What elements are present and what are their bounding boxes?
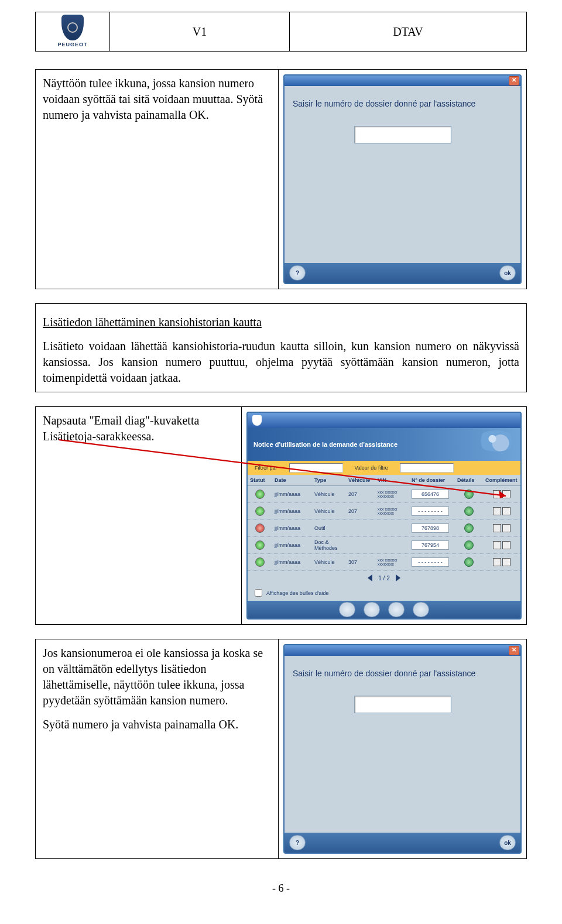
dialog-footer: ? ok bbox=[285, 263, 520, 283]
prev-page-icon[interactable] bbox=[368, 574, 372, 581]
cell-type: Véhicule bbox=[312, 506, 346, 516]
row1-text: Näyttöön tulee ikkuna, jossa kansion num… bbox=[36, 70, 279, 289]
complement-icon[interactable] bbox=[502, 507, 510, 515]
email-diag-icon[interactable] bbox=[493, 524, 501, 532]
history-rows: jj/mm/aaaaVéhicule207xxx xxxxxx xxxxxxxx… bbox=[248, 486, 520, 571]
col-details: Détails bbox=[455, 475, 483, 485]
peugeot-logo: PEUGEOT bbox=[57, 15, 87, 47]
globe-icon[interactable] bbox=[464, 557, 474, 567]
history-filter-bar: Filtrer par Valeur du filtre bbox=[248, 461, 520, 475]
globe-icon[interactable] bbox=[464, 523, 474, 533]
cell-vehicule: 207 bbox=[346, 489, 375, 499]
cell-vin: xxx xxxxxx xxxxxxxx bbox=[375, 505, 409, 518]
footer-button-4[interactable] bbox=[413, 602, 429, 617]
footer-button-3[interactable] bbox=[388, 602, 405, 617]
ok-button[interactable]: ok bbox=[499, 835, 516, 850]
history-help-row: Affichage des bulles d'aide bbox=[248, 585, 520, 601]
dialog-prompt: Saisir le numéro de dossier donné par l'… bbox=[293, 669, 512, 678]
filter-value-field[interactable] bbox=[400, 463, 454, 473]
cell-vehicule bbox=[346, 526, 375, 531]
logo-cell: PEUGEOT bbox=[36, 12, 110, 52]
cell-vin bbox=[375, 526, 409, 531]
col-vehicule: Véhicule bbox=[346, 475, 375, 485]
ok-button[interactable]: ok bbox=[499, 265, 516, 280]
logo-text: PEUGEOT bbox=[57, 42, 87, 47]
dialog-titlebar: ✕ bbox=[285, 645, 520, 656]
col-type: Type bbox=[312, 475, 346, 485]
email-diag-icon[interactable] bbox=[493, 490, 501, 498]
dialog-footer: ? ok bbox=[285, 833, 520, 853]
globe-icon[interactable] bbox=[464, 490, 474, 499]
dossier-box[interactable]: 656476 bbox=[412, 490, 449, 499]
footer-button-2[interactable] bbox=[364, 602, 380, 617]
dossier-number-input[interactable] bbox=[354, 126, 451, 143]
dialog-prompt: Saisir le numéro de dossier donné par l'… bbox=[293, 99, 512, 108]
page-header: PEUGEOT V1 DTAV bbox=[35, 12, 527, 52]
close-icon[interactable]: ✕ bbox=[509, 76, 519, 85]
globe-icon[interactable] bbox=[464, 507, 474, 516]
row-4: Jos kansionumeroa ei ole kansiossa ja ko… bbox=[35, 639, 527, 859]
cell-type: Outil bbox=[312, 523, 346, 533]
email-diag-icon[interactable] bbox=[493, 507, 501, 515]
dossier-number-input[interactable] bbox=[354, 696, 451, 713]
dialog-window: ✕ Saisir le numéro de dossier donné par … bbox=[283, 74, 522, 284]
help-bubbles-checkbox[interactable] bbox=[255, 589, 262, 597]
col-complement: Complément bbox=[483, 475, 520, 485]
cell-date: jj/mm/aaaa bbox=[272, 523, 312, 533]
dossier-box[interactable]: 767954 bbox=[412, 540, 449, 550]
history-banner-text: Notice d'utilisation de la demande d'ass… bbox=[253, 441, 397, 448]
cell-vin: xxx xxxxxx xxxxxxxx bbox=[375, 488, 409, 501]
cell-type: Véhicule bbox=[312, 489, 346, 499]
complement-icon[interactable] bbox=[502, 558, 510, 566]
header-right: DTAV bbox=[290, 12, 527, 52]
row-3: Napsauta "Email diag"-kuvaketta Lisätiet… bbox=[35, 406, 527, 625]
footer-button-1[interactable] bbox=[339, 602, 355, 617]
close-icon[interactable]: ✕ bbox=[509, 646, 519, 655]
history-banner: Notice d'utilisation de la demande d'ass… bbox=[248, 428, 520, 461]
history-titlebar bbox=[248, 413, 520, 428]
cell-vin bbox=[375, 543, 409, 547]
col-date: Date bbox=[272, 475, 312, 485]
status-led-icon bbox=[255, 507, 265, 516]
next-page-icon[interactable] bbox=[396, 574, 400, 581]
row-1: Näyttöön tulee ikkuna, jossa kansion num… bbox=[35, 69, 527, 289]
dossier-box[interactable]: - - - - - - - - bbox=[412, 557, 449, 567]
cell-vehicule: 207 bbox=[346, 506, 375, 516]
col-dossier: Nº de dossier bbox=[409, 475, 455, 485]
dossier-box[interactable]: 767898 bbox=[412, 523, 449, 533]
email-diag-icon[interactable] bbox=[493, 558, 501, 566]
status-led-icon bbox=[255, 557, 265, 567]
history-columns: Statut Date Type Véhicule VIN Nº de doss… bbox=[248, 475, 520, 486]
table-row: jj/mm/aaaaDoc & Méthodes767954 bbox=[248, 537, 520, 554]
table-row: jj/mm/aaaaVéhicule307xxx xxxxxx xxxxxxxx… bbox=[248, 554, 520, 571]
row3-text: Napsauta "Email diag"-kuvaketta Lisätiet… bbox=[36, 407, 242, 624]
complement-icon[interactable] bbox=[502, 541, 510, 549]
table-row: jj/mm/aaaaVéhicule207xxx xxxxxx xxxxxxxx… bbox=[248, 503, 520, 520]
col-vin: VIN bbox=[375, 475, 409, 485]
pager-text: 1 / 2 bbox=[378, 575, 389, 581]
history-pager: 1 / 2 bbox=[248, 571, 520, 585]
complement-icon[interactable] bbox=[502, 524, 510, 532]
cell-date: jj/mm/aaaa bbox=[272, 557, 312, 567]
help-icon[interactable]: ? bbox=[289, 835, 306, 850]
section2-title: Lisätiedon lähettäminen kansiohistorian … bbox=[43, 316, 519, 329]
cell-vehicule bbox=[346, 543, 375, 547]
cell-type: Véhicule bbox=[312, 557, 346, 567]
dialog-titlebar: ✕ bbox=[285, 76, 520, 86]
history-footer bbox=[248, 601, 520, 618]
row4-p2: Syötä numero ja vahvista painamalla OK. bbox=[43, 717, 271, 733]
help-icon[interactable]: ? bbox=[289, 265, 306, 280]
email-diag-icon[interactable] bbox=[493, 541, 501, 549]
status-led-icon bbox=[255, 523, 265, 533]
dossier-box[interactable]: - - - - - - - - bbox=[412, 507, 449, 516]
filter-field[interactable] bbox=[289, 463, 343, 473]
status-led-icon bbox=[255, 490, 265, 499]
swirl-graphic bbox=[476, 430, 517, 451]
complement-icon[interactable] bbox=[502, 490, 510, 498]
cell-type: Doc & Méthodes bbox=[312, 537, 346, 553]
history-window: Notice d'utilisation de la demande d'ass… bbox=[246, 412, 522, 620]
page-number: - 6 - bbox=[35, 882, 527, 895]
section2-body: Lisätieto voidaan lähettää kansiohistori… bbox=[43, 338, 519, 386]
col-statut: Statut bbox=[248, 475, 272, 485]
globe-icon[interactable] bbox=[464, 540, 474, 550]
